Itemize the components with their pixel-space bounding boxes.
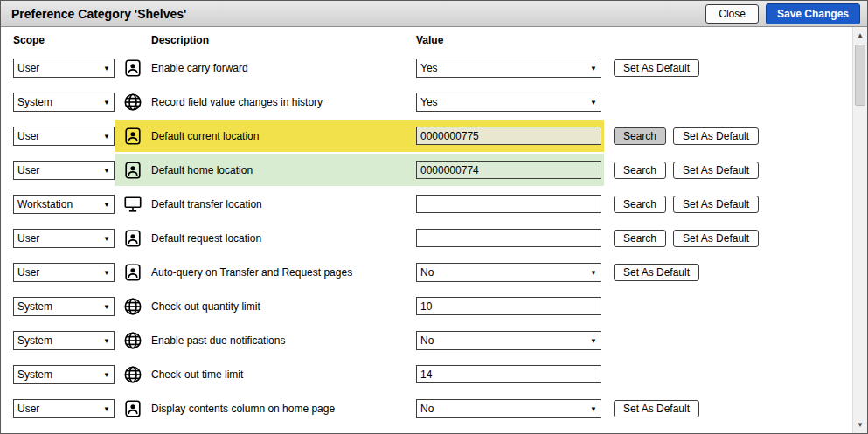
value-slot <box>416 127 601 145</box>
value-select[interactable]: No <box>416 399 601 418</box>
scrollbar[interactable]: ▲ ▼ <box>852 27 867 433</box>
preference-row: System ▼ Check-out time limit <box>1 357 867 391</box>
close-button[interactable]: Close <box>705 4 759 24</box>
value-select[interactable]: No <box>416 263 601 282</box>
value-slot <box>416 297 601 315</box>
set-as-default-button[interactable]: Set As Default <box>614 59 699 77</box>
set-as-default-button[interactable]: Set As Default <box>614 400 699 417</box>
value-slot: No▼ <box>416 399 601 418</box>
scope-select[interactable]: User <box>13 127 115 146</box>
scope-select[interactable]: System <box>13 297 115 316</box>
user-badge-icon <box>122 127 144 146</box>
value-select[interactable]: Yes <box>416 93 601 112</box>
preference-row: User ▼ Default current location SearchSe… <box>1 119 867 153</box>
value-input[interactable] <box>416 229 601 247</box>
column-header-scope: Scope <box>13 34 151 46</box>
set-as-default-button[interactable]: Set As Default <box>673 127 759 145</box>
value-slot: Yes▼ <box>416 59 601 78</box>
rows-container: User ▼ Enable carry forward Yes▼ Set As … <box>1 51 867 425</box>
search-button[interactable]: Search <box>614 127 666 145</box>
scope-select-wrap: System ▼ <box>13 331 115 350</box>
preference-row: User ▼ Display contents column on home p… <box>1 391 867 425</box>
value-select-wrap: No▼ <box>416 399 601 418</box>
value-input[interactable] <box>416 127 601 145</box>
value-select-wrap: Yes▼ <box>416 93 601 112</box>
scope-select-wrap: User ▼ <box>13 161 115 180</box>
set-as-default-button[interactable]: Set As Default <box>673 196 759 213</box>
preference-row: User ▼ Default home location SearchSet A… <box>1 153 867 187</box>
globe-icon <box>122 93 144 112</box>
value-select[interactable]: No <box>416 331 601 350</box>
set-as-default-button[interactable]: Set As Default <box>673 162 759 179</box>
scope-select-wrap: System ▼ <box>13 297 115 316</box>
value-input[interactable] <box>416 297 601 315</box>
preference-description: Enable carry forward <box>151 62 416 74</box>
value-select-wrap: No▼ <box>416 263 601 282</box>
value-slot <box>416 195 601 213</box>
preference-description: Default current location <box>151 130 416 142</box>
user-badge-icon <box>122 161 144 180</box>
scope-select[interactable]: User <box>13 229 115 248</box>
user-badge-icon <box>122 263 144 282</box>
scope-select[interactable]: System <box>13 93 115 112</box>
search-button[interactable]: Search <box>614 230 666 247</box>
scope-select-wrap: System ▼ <box>13 365 115 384</box>
save-changes-button[interactable]: Save Changes <box>766 3 860 24</box>
row-buttons: Set As Default <box>614 400 699 417</box>
scope-select[interactable]: User <box>13 59 115 78</box>
search-button[interactable]: Search <box>614 162 666 179</box>
scrollbar-up-icon[interactable]: ▲ <box>853 28 867 43</box>
set-as-default-button[interactable]: Set As Default <box>673 230 759 247</box>
value-input[interactable] <box>416 365 601 383</box>
scope-select[interactable]: User <box>13 399 115 418</box>
globe-icon <box>122 297 144 316</box>
user-badge-icon <box>122 399 144 418</box>
preference-panel: Scope Description Value User ▼ Enable ca… <box>1 27 867 433</box>
scope-select[interactable]: System <box>13 331 115 350</box>
preference-description: Record field value changes in history <box>151 96 416 108</box>
scope-select-wrap: Workstation ▼ <box>13 195 115 214</box>
preference-description: Default home location <box>151 164 416 176</box>
preference-row: System ▼ Check-out quantity limit <box>1 289 867 323</box>
preference-description: Default transfer location <box>151 198 416 210</box>
preference-row: Workstation ▼ Default transfer location … <box>1 187 867 221</box>
row-buttons: SearchSet As Default <box>614 230 759 247</box>
preference-description: Check-out quantity limit <box>151 300 416 313</box>
column-header-description: Description <box>151 34 416 46</box>
value-input[interactable] <box>416 161 601 179</box>
preference-description: Check-out time limit <box>151 369 416 381</box>
value-slot <box>416 229 601 247</box>
scope-select[interactable]: System <box>13 365 115 384</box>
value-slot: Yes▼ <box>416 93 601 112</box>
value-slot: No▼ <box>416 331 601 350</box>
scope-select[interactable]: User <box>13 263 115 282</box>
page-title: Preference Category 'Shelves' <box>8 7 186 21</box>
workstation-icon <box>122 195 144 214</box>
scope-select-wrap: User ▼ <box>13 59 115 78</box>
row-buttons: SearchSet As Default <box>614 127 759 145</box>
scrollbar-down-icon[interactable]: ▼ <box>853 417 867 432</box>
scope-select-wrap: System ▼ <box>13 93 115 112</box>
scope-select[interactable]: Workstation <box>13 195 115 214</box>
value-select[interactable]: Yes <box>416 59 601 78</box>
dialog-header: Preference Category 'Shelves' Close Save… <box>1 1 867 27</box>
scrollbar-thumb[interactable] <box>855 45 865 106</box>
value-input[interactable] <box>416 195 601 213</box>
preference-description: Enable past due notifications <box>151 334 416 347</box>
globe-icon <box>122 331 144 350</box>
search-button[interactable]: Search <box>614 196 666 213</box>
preference-row: System ▼ Record field value changes in h… <box>1 85 867 119</box>
column-headers: Scope Description Value <box>1 27 867 51</box>
row-buttons: SearchSet As Default <box>614 162 759 179</box>
preference-row: User ▼ Auto-query on Transfer and Reques… <box>1 255 867 289</box>
row-buttons: Set As Default <box>614 264 699 281</box>
scope-select-wrap: User ▼ <box>13 229 115 248</box>
value-slot <box>416 161 601 179</box>
globe-icon <box>122 365 144 384</box>
scope-select-wrap: User ▼ <box>13 263 115 282</box>
row-buttons: SearchSet As Default <box>614 196 759 213</box>
preference-row: User ▼ Default request location SearchSe… <box>1 221 867 255</box>
scope-select[interactable]: User <box>13 161 115 180</box>
set-as-default-button[interactable]: Set As Default <box>614 264 699 281</box>
preference-description: Default request location <box>151 232 416 245</box>
